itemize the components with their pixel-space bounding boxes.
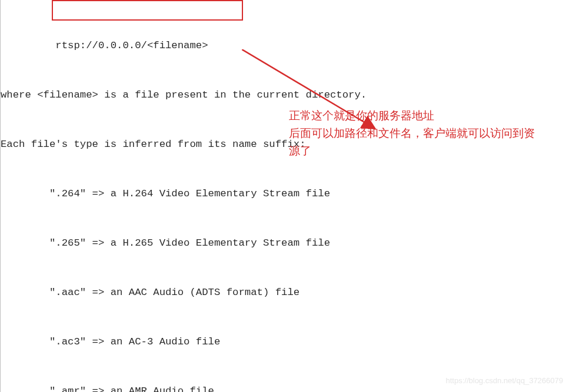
console-line: ".amr" => an AMR Audio file [1,383,568,392]
console-line: where <filename> is a file present in th… [1,87,568,103]
console-line: ".aac" => an AAC Audio (ADTS format) fil… [1,284,568,301]
console-line: ".264" => a H.264 Video Elementary Strea… [1,186,568,202]
terminal-output: rtsp://0.0.0.0/<filename> where <filenam… [0,0,568,392]
highlight-box [52,0,243,21]
annotation-line: 正常这个就是你的服务器地址 [289,107,542,125]
console-line: ".ac3" => an AC-3 Audio file [1,334,568,350]
console-line: ".265" => a H.265 Video Elementary Strea… [1,235,568,252]
arrow-icon [242,16,380,99]
console-line: Each file's type is inferred from its na… [1,136,568,153]
console-line: rtsp://0.0.0.0/<filename> [1,38,568,54]
